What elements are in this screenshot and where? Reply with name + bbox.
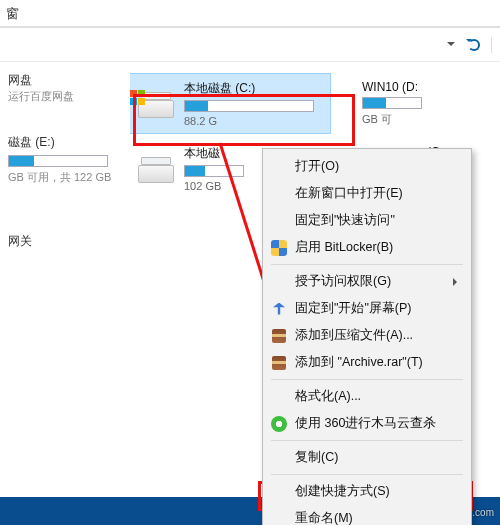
menu-add-to-archive[interactable]: 添加到压缩文件(A)... — [265, 322, 469, 349]
drive-c-usage-bar — [184, 100, 314, 112]
sidebar-drive-e-bar — [8, 155, 108, 167]
menu-add-to-archive-rar[interactable]: 添加到 "Archive.rar"(T) — [265, 349, 469, 376]
menu-separator — [271, 440, 463, 441]
menu-separator — [271, 264, 463, 265]
shield-icon — [271, 240, 287, 256]
sidebar-item-netdisk[interactable]: 网盘 运行百度网盘 — [8, 68, 122, 108]
refresh-icon[interactable] — [467, 38, 481, 52]
drive-local2[interactable]: 本地磁 102 GB — [130, 139, 260, 198]
separator — [491, 37, 492, 53]
menu-rename[interactable]: 重命名(M) — [265, 505, 469, 525]
drive-win10-label: WIN10 (D: — [362, 80, 422, 94]
menu-copy[interactable]: 复制(C) — [265, 444, 469, 471]
menu-separator — [271, 474, 463, 475]
drive-local2-label: 本地磁 — [184, 145, 244, 162]
sidebar-item-network[interactable]: 网关 — [8, 229, 122, 254]
menu-open-new-window[interactable]: 在新窗口中打开(E) — [265, 180, 469, 207]
rar-icon — [271, 355, 287, 371]
menu-format[interactable]: 格式化(A)... — [265, 383, 469, 410]
menu-enable-bitlocker[interactable]: 启用 BitLocker(B) — [265, 234, 469, 261]
drive-win10-usage-bar — [362, 97, 422, 109]
search-chevron-icon[interactable] — [447, 40, 457, 50]
menu-open[interactable]: 打开(O) — [265, 153, 469, 180]
drive-icon-windows — [138, 90, 174, 118]
pin-icon — [271, 301, 287, 317]
menu-pin-start[interactable]: 固定到"开始"屏幕(P) — [265, 295, 469, 322]
sidebar-netdisk-label: 网盘 — [8, 73, 32, 87]
drive-c[interactable]: 本地磁盘 (C:) 88.2 G — [130, 74, 330, 133]
menu-pin-quick-access[interactable]: 固定到"快速访问" — [265, 207, 469, 234]
drive-c-label: 本地磁盘 (C:) — [184, 80, 314, 97]
sidebar-item-drive-e[interactable]: 磁盘 (E:) GB 可用，共 122 GB — [8, 130, 122, 189]
rar-icon — [271, 328, 287, 344]
nav-pane: 网盘 运行百度网盘 磁盘 (E:) GB 可用，共 122 GB 网关 — [0, 62, 130, 260]
sidebar-drive-e-label: 磁盘 (E:) — [8, 135, 55, 149]
menu-360-scan[interactable]: 使用 360进行木马云查杀 — [265, 410, 469, 437]
titlebar: 窗 — [0, 0, 500, 27]
menu-create-shortcut[interactable]: 创建快捷方式(S) — [265, 478, 469, 505]
menu-separator — [271, 379, 463, 380]
context-menu: 打开(O) 在新窗口中打开(E) 固定到"快速访问" 启用 BitLocker(… — [262, 148, 472, 525]
drive-local2-usage-bar — [184, 165, 244, 177]
drive-c-stat: 88.2 G — [184, 115, 314, 127]
toolbar-row — [0, 28, 500, 62]
sidebar-drive-e-stat: GB 可用，共 122 GB — [8, 171, 111, 183]
360-icon — [271, 416, 287, 432]
menu-grant-access[interactable]: 授予访问权限(G) — [265, 268, 469, 295]
window-title-fragment: 窗 — [6, 5, 19, 23]
drive-win10-stat: GB 可 — [362, 112, 422, 127]
drive-local2-stat: 102 GB — [184, 180, 244, 192]
drive-icon — [138, 155, 174, 183]
sidebar-netdisk-sub: 运行百度网盘 — [8, 90, 74, 102]
sidebar-network-label: 网关 — [8, 234, 32, 248]
drive-win10[interactable]: WIN10 (D: GB 可 — [354, 74, 444, 133]
